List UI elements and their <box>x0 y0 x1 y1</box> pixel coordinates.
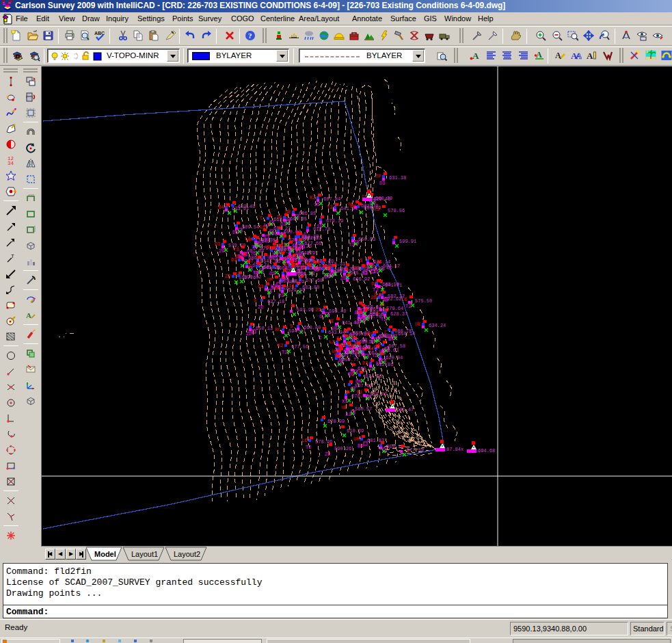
svg-text:ZD: ZD <box>340 276 346 281</box>
svg-text:L2: L2 <box>374 207 379 212</box>
svg-text:D3: D3 <box>278 293 284 298</box>
svg-text:A: A <box>472 51 479 61</box>
svg-text:L2: L2 <box>284 263 290 269</box>
svg-text:634.24: 634.24 <box>429 323 446 328</box>
svg-text:K2: K2 <box>271 284 276 289</box>
svg-text:685.47: 685.47 <box>397 407 414 412</box>
svg-text:UE: UE <box>415 322 420 327</box>
svg-text:638.03: 638.03 <box>370 391 387 397</box>
svg-text:G: G <box>374 292 377 298</box>
svg-text:597.69: 597.69 <box>355 383 372 389</box>
svg-text:G: G <box>249 263 252 269</box>
svg-text:L2: L2 <box>329 339 334 345</box>
svg-text:T2: T2 <box>327 205 332 210</box>
svg-text:29: 29 <box>219 248 224 254</box>
svg-text:596.04: 596.04 <box>367 306 384 312</box>
svg-text:607.84: 607.84 <box>323 196 340 202</box>
svg-text:16: 16 <box>373 269 379 274</box>
svg-text:594.41: 594.41 <box>288 328 306 334</box>
svg-text:UE: UE <box>379 349 384 354</box>
svg-text:D3: D3 <box>278 285 283 290</box>
svg-text:686.85: 686.85 <box>299 211 316 216</box>
svg-text:677.68: 677.68 <box>306 278 323 283</box>
svg-text:D9: D9 <box>269 271 275 276</box>
svg-text:T3: T3 <box>349 242 354 248</box>
svg-text:658.00: 658.00 <box>286 254 304 260</box>
svg-text:694.68: 694.68 <box>478 448 495 454</box>
svg-text:676.68: 676.68 <box>350 337 367 343</box>
svg-text:34: 34 <box>8 161 14 166</box>
svg-text:650.77: 650.77 <box>342 357 359 363</box>
svg-text:580.69: 580.69 <box>287 279 304 285</box>
svg-text:679.19: 679.19 <box>326 218 343 224</box>
svg-text:579.64: 579.64 <box>386 306 403 311</box>
svg-text:599.91: 599.91 <box>399 239 416 244</box>
svg-text:A: A <box>576 51 582 61</box>
svg-text:633.51: 633.51 <box>232 206 249 211</box>
svg-text:K2: K2 <box>358 312 363 317</box>
svg-text:T: T <box>11 237 14 244</box>
svg-text:T2: T2 <box>373 287 378 293</box>
svg-text:B4: B4 <box>358 443 363 449</box>
svg-text:620.04: 620.04 <box>386 355 403 360</box>
svg-text:D3: D3 <box>258 284 263 289</box>
svg-text:655.16: 655.16 <box>386 444 403 449</box>
svg-text:T2: T2 <box>253 270 258 276</box>
svg-text:X1: X1 <box>279 277 284 283</box>
svg-text:629.58: 629.58 <box>288 287 305 293</box>
svg-text:T2: T2 <box>405 304 411 309</box>
svg-text:T3: T3 <box>295 246 300 252</box>
svg-text:604.17: 604.17 <box>383 263 400 269</box>
svg-text:29: 29 <box>315 307 321 313</box>
svg-text:578.56: 578.56 <box>388 208 405 213</box>
svg-text:Layout2: Layout2 <box>174 550 200 558</box>
svg-text:UM: UM <box>350 204 355 209</box>
svg-text:590.35: 590.35 <box>258 237 275 243</box>
svg-text:598.48: 598.48 <box>329 309 346 314</box>
svg-text:T2: T2 <box>381 317 386 322</box>
svg-text:A: A <box>536 50 542 60</box>
svg-text:TP: TP <box>299 265 305 270</box>
svg-text:16: 16 <box>375 342 380 347</box>
svg-text:575.50: 575.50 <box>415 298 432 304</box>
svg-text:679.70: 679.70 <box>349 332 366 337</box>
svg-text:677.66: 677.66 <box>304 241 321 246</box>
svg-text:627.18: 627.18 <box>267 299 284 304</box>
svg-text:649.23: 649.23 <box>263 265 280 270</box>
svg-text:641.40: 641.40 <box>342 320 359 326</box>
svg-text:677.50: 677.50 <box>407 447 424 453</box>
svg-text:C: C <box>351 372 354 378</box>
svg-text:654.14: 654.14 <box>398 331 415 337</box>
svg-text:T2: T2 <box>343 350 349 356</box>
svg-text:16: 16 <box>328 272 334 278</box>
svg-text:T2: T2 <box>356 390 362 395</box>
svg-text:607.58: 607.58 <box>388 343 405 349</box>
svg-text:D3: D3 <box>379 181 385 186</box>
svg-text:624.93: 624.93 <box>365 373 382 379</box>
svg-text:L6: L6 <box>376 360 381 366</box>
svg-text:S: S <box>254 298 256 303</box>
svg-text:ZD: ZD <box>225 274 230 279</box>
svg-text:ZD: ZD <box>246 331 252 337</box>
svg-text:X1: X1 <box>342 399 347 404</box>
svg-text:B4: B4 <box>218 205 224 210</box>
svg-text:668.70: 668.70 <box>364 314 381 319</box>
svg-text:638.43: 638.43 <box>353 345 370 350</box>
svg-text:612.78: 612.78 <box>313 226 330 232</box>
svg-text:UM: UM <box>353 436 359 442</box>
svg-text:D3: D3 <box>215 241 220 247</box>
svg-text:S: S <box>360 258 362 263</box>
svg-text:?: ? <box>248 31 252 40</box>
svg-text:628.37: 628.37 <box>390 311 407 317</box>
svg-text:C: C <box>319 335 321 341</box>
svg-text:87.84x: 87.84x <box>446 447 463 452</box>
svg-text:636.92: 636.92 <box>353 276 370 282</box>
svg-text:K2: K2 <box>310 195 315 200</box>
svg-text:T2: T2 <box>282 350 287 355</box>
svg-text:RC: RC <box>366 332 372 337</box>
svg-text:668.80: 668.80 <box>304 325 321 330</box>
svg-text:650.53: 650.53 <box>358 237 375 242</box>
svg-text:L6: L6 <box>301 438 307 443</box>
svg-text:UE: UE <box>332 326 338 331</box>
svg-text:ZD: ZD <box>325 451 330 457</box>
